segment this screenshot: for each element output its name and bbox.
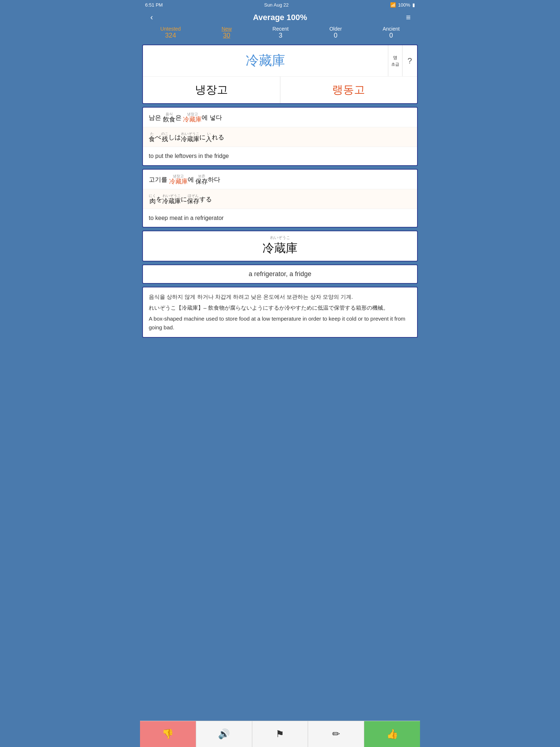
tab-recent-count: 3 <box>279 32 283 39</box>
tab-untested-label: Untested <box>160 26 181 32</box>
tab-new-label: New <box>222 26 232 32</box>
definition-ruby: れいぞうこ <box>149 235 411 240</box>
toolbar-flag-button[interactable]: ⚑ <box>252 721 308 747</box>
description-english: A box-shaped machine used to store food … <box>149 314 411 332</box>
word-card: 冷藏庫 명 초급 ? 냉장고 랭동고 <box>142 44 418 104</box>
definition-card: れいぞうこ 冷蔵庫 <box>142 231 418 262</box>
toolbar-edit-button[interactable]: ✏ <box>308 721 364 747</box>
toolbar-good-button[interactable]: 👍 <box>364 721 420 747</box>
word-korean-alt: 랭동고 <box>280 77 417 103</box>
definition-japanese: れいぞうこ 冷蔵庫 <box>143 231 417 261</box>
status-time: 6:51 PM <box>145 2 163 8</box>
sentence-card-1: 남은 飮食음식은 冷藏庫냉장고에 넣다 食たべ残のこしは冷蔵庫れいぞうこに入いれ… <box>142 107 418 166</box>
definition-main-word: 冷蔵庫 <box>262 241 298 255</box>
content-area: 冷藏庫 명 초급 ? 냉장고 랭동고 남은 飮食음식은 冷藏庫냉장고에 넣다 食… <box>140 42 420 721</box>
sentence-2-japanese: 肉にくを冷蔵庫れいぞうこに保存ほぞんする <box>143 189 417 209</box>
tab-ancient[interactable]: Ancient 0 <box>382 26 400 39</box>
description-card: 음식을 상하지 않게 하거나 차갑게 하려고 낮은 온도에서 보관하는 상자 모… <box>142 287 418 338</box>
word-translations: 냉장고 랭동고 <box>143 77 417 103</box>
badge-level: 초급 <box>391 62 399 67</box>
word-chinese: 冷藏庫 <box>143 45 388 76</box>
sentence-1-english: to put the leftovers in the fridge <box>143 147 417 165</box>
status-right: 📶 100% ▮ <box>390 2 415 8</box>
header: ‹ Average 100% ≡ <box>140 10 420 24</box>
tab-older[interactable]: Older 0 <box>329 26 342 39</box>
content-spacer <box>140 341 420 355</box>
definition-english-card: a refrigerator, a fridge <box>142 264 418 284</box>
word-card-header: 冷藏庫 명 초급 ? <box>143 45 417 77</box>
description-japanese: れいぞうこ【冷蔵庫】– 飲食物が腐らないようにするか冷やすために低温で保管する箱… <box>149 303 411 312</box>
battery-level: 100% <box>398 2 410 8</box>
bottom-toolbar: 👎🔊⚑✏👍 <box>140 721 420 747</box>
tab-ancient-count: 0 <box>389 32 393 39</box>
tab-older-count: 0 <box>334 32 338 39</box>
menu-button[interactable]: ≡ <box>402 13 415 22</box>
sentence-card-2: 고기를 冷藏庫냉장고에 保存보존하다 肉にくを冷蔵庫れいぞうこに保存ほぞんする … <box>142 169 418 228</box>
wifi-icon: 📶 <box>390 2 396 8</box>
sentence-1-japanese: 食たべ残のこしは冷蔵庫れいぞうこに入いれる <box>143 127 417 147</box>
back-button[interactable]: ‹ <box>145 13 158 22</box>
card-area: 冷藏庫 명 초급 ? 냉장고 랭동고 남은 飮食음식은 冷藏庫냉장고에 넣다 食… <box>140 42 420 341</box>
header-title: Average 100% <box>158 13 402 22</box>
definition-english: a refrigerator, a fridge <box>143 265 417 283</box>
badge-text: 명 <box>393 55 397 61</box>
tab-new-count: 30 <box>223 32 230 39</box>
tab-ancient-label: Ancient <box>382 26 400 32</box>
battery-icon: ▮ <box>412 2 415 8</box>
tab-recent-label: Recent <box>272 26 288 32</box>
sentence-2-english: to keep meat in a refrigerator <box>143 209 417 227</box>
tab-bar: Untested 324 New 30 Recent 3 Older 0 Anc… <box>140 24 420 42</box>
word-korean: 냉장고 <box>143 77 280 103</box>
word-badge-area: 명 초급 <box>388 45 402 76</box>
sentence-1-korean: 남은 飮食음식은 冷藏庫냉장고에 넣다 <box>143 108 417 127</box>
tab-untested[interactable]: Untested 324 <box>160 26 181 39</box>
tab-new[interactable]: New 30 <box>222 26 232 39</box>
status-bar: 6:51 PM Sun Aug 22 📶 100% ▮ <box>140 0 420 10</box>
word-question[interactable]: ? <box>402 45 417 76</box>
toolbar-bad-button[interactable]: 👎 <box>140 721 196 747</box>
sentence-2-korean: 고기를 冷藏庫냉장고에 保存보존하다 <box>143 170 417 189</box>
description-korean: 음식을 상하지 않게 하거나 차갑게 하려고 낮은 온도에서 보관하는 상자 모… <box>149 293 411 301</box>
tab-older-label: Older <box>329 26 342 32</box>
status-date: Sun Aug 22 <box>264 2 288 8</box>
toolbar-audio-button[interactable]: 🔊 <box>196 721 252 747</box>
tab-untested-count: 324 <box>165 32 176 39</box>
tab-recent[interactable]: Recent 3 <box>272 26 288 39</box>
